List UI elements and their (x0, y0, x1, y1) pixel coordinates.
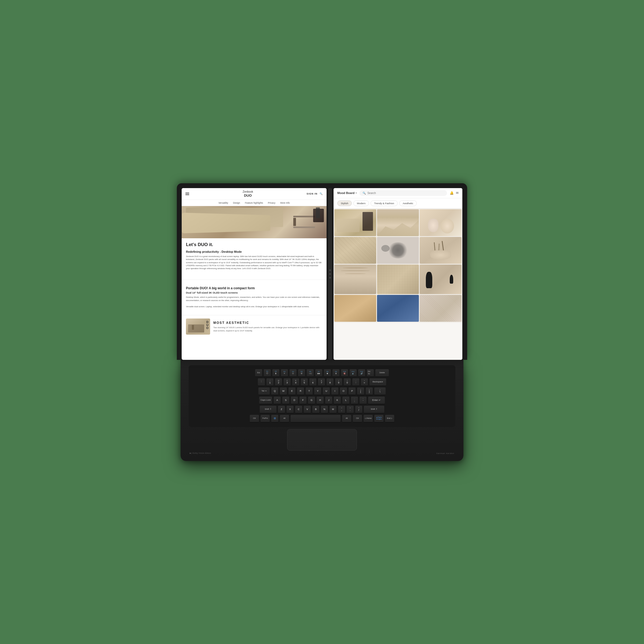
key-8[interactable]: *8 (326, 378, 334, 386)
key-c[interactable]: C (295, 405, 302, 414)
grid-cell-4-1[interactable] (334, 295, 376, 322)
tag-modern[interactable]: Modern (353, 200, 369, 206)
key-alt-right[interactable]: Alt (342, 415, 352, 423)
key-a[interactable]: A (273, 396, 281, 404)
key-b[interactable]: B (312, 405, 320, 414)
key-e[interactable]: E (288, 387, 296, 395)
nav-more[interactable]: More Info (280, 202, 290, 204)
tag-aesthetic[interactable]: Aesthetic (399, 200, 417, 206)
key-equals[interactable]: += (361, 378, 368, 386)
key-f4[interactable]: F4⊡ (289, 369, 297, 377)
key-f9[interactable]: F9🖥 (332, 369, 340, 377)
key-enter[interactable]: Enter ↵ (368, 396, 385, 404)
key-f[interactable]: F (299, 396, 307, 404)
tag-stylish[interactable]: Stylish (337, 200, 352, 206)
key-delete[interactable]: Delete (375, 369, 389, 377)
key-f8[interactable]: F8⏹ (324, 369, 331, 377)
key-bracket-close[interactable]: }] (365, 387, 373, 395)
key-prtsc[interactable]: Prt Sc (367, 369, 374, 377)
key-ctrl-left[interactable]: Ctrl (250, 415, 259, 423)
grid-cell-3-2[interactable] (377, 265, 419, 294)
key-t[interactable]: T (305, 387, 313, 395)
key-minus[interactable]: _- (352, 378, 360, 386)
key-u[interactable]: U (323, 387, 330, 395)
key-tab[interactable]: Tab ⇥ (258, 387, 270, 395)
key-k[interactable]: K (334, 396, 341, 404)
key-j[interactable]: J (325, 396, 332, 404)
touchpad[interactable] (287, 429, 357, 451)
key-4[interactable]: $4 (292, 378, 299, 386)
key-r[interactable]: R (297, 387, 304, 395)
grid-cell-3-3[interactable] (420, 265, 462, 294)
nav-versatility[interactable]: Versatility (218, 202, 228, 204)
grid-cell-3-1[interactable] (334, 265, 376, 294)
key-d[interactable]: D (291, 396, 298, 404)
key-bracket-open[interactable]: {[ (357, 387, 364, 395)
key-v[interactable]: V (303, 405, 311, 414)
grid-cell-2-2[interactable] (377, 237, 419, 264)
key-period[interactable]: >. (346, 405, 354, 414)
key-9[interactable]: (9 (335, 378, 342, 386)
key-alt-left[interactable]: Alt (280, 415, 289, 423)
key-0[interactable]: )0 (343, 378, 351, 386)
key-semicolon[interactable]: :; (351, 396, 358, 404)
nav-features[interactable]: Feature highlights (245, 202, 263, 204)
key-f12[interactable]: F12🔊 (358, 369, 365, 377)
key-f2[interactable]: F2🌢 (272, 369, 280, 377)
grid-cell-2-3[interactable] (420, 237, 462, 264)
tag-trendy[interactable]: Trendy & Fashion (371, 200, 398, 206)
key-i[interactable]: I (331, 387, 339, 395)
key-1[interactable]: !1 (266, 378, 274, 386)
key-backspace[interactable]: Backspace (369, 378, 386, 386)
moodboard-button[interactable]: Mood Board ▾ (337, 191, 357, 195)
grid-cell-1-1[interactable] (334, 209, 376, 236)
key-f5[interactable]: F5⊞ (298, 369, 305, 377)
key-slash[interactable]: ?/ (355, 405, 363, 414)
key-caps-lock[interactable]: Caps Lock (259, 396, 272, 404)
grid-cell-1-3[interactable] (420, 209, 462, 236)
key-shift-right[interactable]: Shift ⇧ (364, 405, 385, 414)
key-f6[interactable]: F6◁◁ (306, 369, 314, 377)
key-z[interactable]: Z (278, 405, 285, 414)
key-g[interactable]: G (308, 396, 315, 404)
key-shift-left[interactable]: Shift ⇧ (259, 405, 277, 414)
key-f11[interactable]: F11🔈 (349, 369, 357, 377)
key-o[interactable]: O (340, 387, 347, 395)
key-space[interactable] (290, 415, 341, 423)
key-w[interactable]: W (280, 387, 287, 395)
key-h[interactable]: H (316, 396, 324, 404)
key-esc[interactable]: Esc (255, 369, 262, 377)
sign-in-link[interactable]: SIGN IN (306, 192, 317, 195)
key-end[interactable]: End ▷ (385, 415, 394, 423)
key-y[interactable]: Y (314, 387, 321, 395)
key-2[interactable]: @2 (275, 378, 282, 386)
key-backslash[interactable]: |\ (374, 387, 386, 395)
key-f7[interactable]: F7▶▶ (315, 369, 323, 377)
grid-cell-1-2[interactable] (377, 209, 419, 236)
key-windows[interactable]: ⊞ (271, 415, 279, 423)
key-backtick[interactable]: ~` (258, 378, 265, 386)
mail-icon[interactable]: ✉ (456, 191, 459, 195)
key-comma[interactable]: <, (338, 405, 345, 414)
key-5[interactable]: %5 (301, 378, 308, 386)
key-q[interactable]: Q (271, 387, 279, 395)
search-input[interactable] (367, 192, 444, 195)
search-icon[interactable]: 🔍 (320, 192, 323, 195)
notification-icon[interactable]: 🔔 (450, 191, 454, 195)
grid-cell-2-1[interactable] (334, 237, 376, 264)
nav-design[interactable]: Design (233, 202, 240, 204)
key-f3[interactable]: F3✕ (281, 369, 288, 377)
key-f10[interactable]: F10🔇 (341, 369, 348, 377)
key-s[interactable]: S (282, 396, 290, 404)
key-3[interactable]: #3 (283, 378, 291, 386)
key-quote[interactable]: "' (359, 396, 367, 404)
grid-cell-4-3[interactable] (420, 295, 462, 322)
key-x[interactable]: X (286, 405, 294, 414)
key-ctrl-right[interactable]: Ctrl (353, 415, 362, 423)
key-l[interactable]: L (342, 396, 350, 404)
key-7[interactable]: &7 (318, 378, 325, 386)
key-pgup-pgdn[interactable]: ▲PgUp▼PgDn (374, 415, 384, 423)
key-home[interactable]: ◁ Home (363, 415, 373, 423)
key-n[interactable]: N (321, 405, 328, 414)
hamburger-menu[interactable] (185, 193, 189, 195)
